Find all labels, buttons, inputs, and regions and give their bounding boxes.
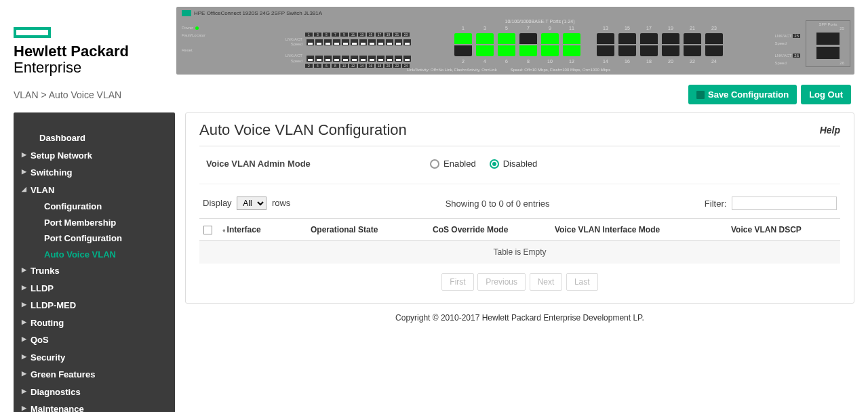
display-rows-control: Display All rows: [203, 197, 290, 210]
logout-button[interactable]: Log Out: [801, 85, 851, 104]
pager-previous-button[interactable]: Previous: [477, 273, 526, 291]
sidebar-nav: Dashboard ▶Setup Network ▶Switching ◢VLA…: [14, 112, 175, 412]
rows-per-page-select[interactable]: All: [237, 197, 267, 210]
sidebar-item-vlan-auto-voice[interactable]: Auto Voice VLAN: [14, 247, 175, 263]
caret-right-icon: ▶: [22, 335, 26, 344]
caret-right-icon: ▶: [22, 167, 26, 177]
copyright-footer: Copyright © 2010-2017 Hewlett Packard En…: [185, 313, 854, 323]
pagination: First Previous Next Last: [199, 273, 840, 291]
sidebar-item-dashboard[interactable]: Dashboard: [14, 129, 175, 147]
status-led-grid: 1357911131517192123 LNK/ACTSpeed LNK/ACT…: [278, 33, 411, 68]
col-cos-override[interactable]: CoS Override Mode: [429, 219, 551, 240]
logo-bar-icon: [14, 27, 51, 38]
table-empty-message: Table is Empty: [199, 240, 840, 264]
radio-selected-icon: [490, 159, 499, 169]
port-bank-2: 131517192123 141618202224: [597, 26, 723, 64]
caret-right-icon: ▶: [22, 404, 26, 412]
sidebar-item-routing[interactable]: ▶Routing: [14, 314, 175, 332]
caret-right-icon: ▶: [22, 283, 26, 293]
sidebar-item-lldp[interactable]: ▶LLDP: [14, 280, 175, 297]
interface-table: ♦Interface Operational State CoS Overrid…: [199, 218, 840, 263]
caret-right-icon: ▶: [22, 266, 26, 275]
sidebar-item-vlan[interactable]: ◢VLAN: [14, 182, 175, 199]
page-title: Auto Voice VLAN Configuration: [199, 121, 407, 139]
col-operational-state[interactable]: Operational State: [307, 219, 429, 240]
pager-first-button[interactable]: First: [441, 273, 473, 291]
radio-icon: [430, 159, 439, 169]
main-panel: Auto Voice VLAN Configuration Help Voice…: [185, 112, 854, 303]
brand-line1: Hewlett Packard: [14, 43, 129, 60]
admin-mode-label: Voice VLAN Admin Mode: [206, 159, 430, 169]
device-ports-title: 10/100/1000BASE-T Ports (1-24): [505, 19, 575, 24]
save-configuration-button[interactable]: Save Configuration: [688, 85, 797, 104]
caret-right-icon: ▶: [22, 387, 26, 396]
sidebar-item-vlan-port-configuration[interactable]: Port Configuration: [14, 230, 175, 247]
sidebar-item-vlan-configuration[interactable]: Configuration: [14, 199, 175, 215]
showing-entries-text: Showing 0 to 0 of 0 entries: [446, 199, 550, 209]
sfp-port-block: SFP Ports 25 26: [806, 20, 850, 67]
brand-logo: Hewlett PackardEnterprise: [14, 7, 176, 76]
breadcrumb: VLAN > Auto Voice VLAN: [14, 89, 121, 100]
sidebar-item-vlan-port-membership[interactable]: Port Membership: [14, 215, 175, 231]
caret-down-icon: ◢: [22, 185, 26, 194]
help-link[interactable]: Help: [820, 125, 840, 136]
sidebar-item-security[interactable]: ▶Security: [14, 349, 175, 367]
sidebar-item-lldp-med[interactable]: ▶LLDP-MED: [14, 297, 175, 314]
brand-line2: Enterprise: [14, 59, 81, 76]
col-voice-vlan-dscp[interactable]: Voice VLAN DSCP: [727, 219, 840, 240]
sidebar-item-trunks[interactable]: ▶Trunks: [14, 262, 175, 280]
pager-last-button[interactable]: Last: [566, 273, 598, 291]
sidebar-item-green-features[interactable]: ▶Green Features: [14, 366, 175, 384]
col-voice-vlan-interface-mode[interactable]: Voice VLAN Interface Mode: [551, 219, 727, 240]
radio-disabled[interactable]: Disabled: [490, 159, 538, 169]
sort-icon: ♦: [222, 227, 226, 234]
sidebar-item-qos[interactable]: ▶QoS: [14, 331, 175, 349]
sidebar-item-switching[interactable]: ▶Switching: [14, 164, 175, 182]
port-bank-1: 1357911 24681012: [454, 26, 580, 64]
device-model: HPE OfficeConnect 1920S 24G 2SFP Switch …: [194, 10, 322, 16]
select-all-checkbox[interactable]: [203, 226, 212, 234]
col-interface[interactable]: ♦Interface: [218, 219, 307, 240]
filter-control: Filter:: [705, 197, 837, 210]
device-front-panel: HPE OfficeConnect 1920S 24G 2SFP Switch …: [176, 7, 854, 75]
caret-right-icon: ▶: [22, 318, 26, 327]
save-icon: [696, 91, 705, 99]
sidebar-item-diagnostics[interactable]: ▶Diagnostics: [14, 384, 175, 401]
radio-enabled[interactable]: Enabled: [430, 159, 476, 169]
sidebar-item-maintenance[interactable]: ▶Maintenance: [14, 400, 175, 412]
sidebar-item-setup-network[interactable]: ▶Setup Network: [14, 147, 175, 165]
caret-right-icon: ▶: [22, 150, 26, 160]
caret-right-icon: ▶: [22, 369, 26, 379]
pager-next-button[interactable]: Next: [530, 273, 563, 291]
caret-right-icon: ▶: [22, 352, 26, 362]
filter-input[interactable]: [732, 197, 837, 210]
caret-right-icon: ▶: [22, 300, 26, 310]
power-led-icon: [195, 26, 199, 30]
